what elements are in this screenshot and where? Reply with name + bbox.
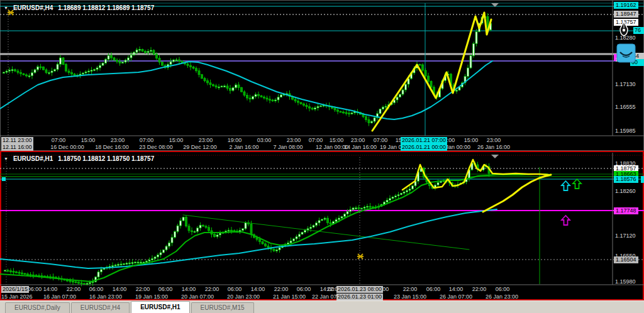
up-arrow-signal-icon	[562, 181, 570, 190]
window-menu-triangle-icon[interactable]: ▼	[4, 156, 8, 161]
up-arrow-signal-icon	[562, 216, 570, 225]
h1-yellow-slow	[483, 175, 551, 212]
asterisk-marker-icon	[357, 254, 364, 259]
up-arrow-signal-icon	[573, 179, 581, 189]
h4-graphics	[0, 1, 644, 136]
ohlc-values: 1.18689 1.18812 1.18689 1.18757	[58, 4, 154, 11]
window-menu-triangle-icon[interactable]: ▼	[4, 6, 8, 10]
tab-eurusd-h4[interactable]: EURUSD#,H4	[71, 302, 130, 313]
h4-zigzag-yellow	[372, 13, 491, 131]
line-anchor-marker	[2, 177, 6, 181]
chart-tab-bar: EURUSD#,DailyEURUSD#,H4EURUSD#,H1EURUSD#…	[0, 300, 644, 313]
h4-candles	[3, 13, 492, 126]
chart-title-h1: ▼ EURUSD#,H1 1.18750 1.18812 1.18750 1.1…	[4, 155, 154, 162]
ohlc-values: 1.18750 1.18812 1.18750 1.18757	[58, 155, 154, 162]
h1-ma-green	[0, 174, 547, 282]
chart-shift-triangle-icon[interactable]	[491, 155, 499, 158]
symbol-timeframe: EURUSD#,H1	[13, 155, 53, 162]
tab-eurusd-daily[interactable]: EURUSD#,Daily	[5, 302, 70, 313]
h1-graphics	[0, 153, 644, 286]
chart-title-h4: ▼ EURUSD#,H4 1.18689 1.18812 1.18689 1.1…	[4, 4, 154, 11]
price-box-sliver	[614, 54, 618, 61]
tab-eurusd-m15[interactable]: EURUSD#,M15	[191, 302, 254, 313]
mt4-workspace: ▼ EURUSD#,H4 1.18689 1.18812 1.18689 1.1…	[0, 0, 644, 313]
tab-eurusd-h1[interactable]: EURUSD#,H1	[131, 301, 189, 313]
h4-ma-cyan	[0, 61, 492, 119]
symbol-timeframe: EURUSD#,H4	[13, 4, 53, 11]
